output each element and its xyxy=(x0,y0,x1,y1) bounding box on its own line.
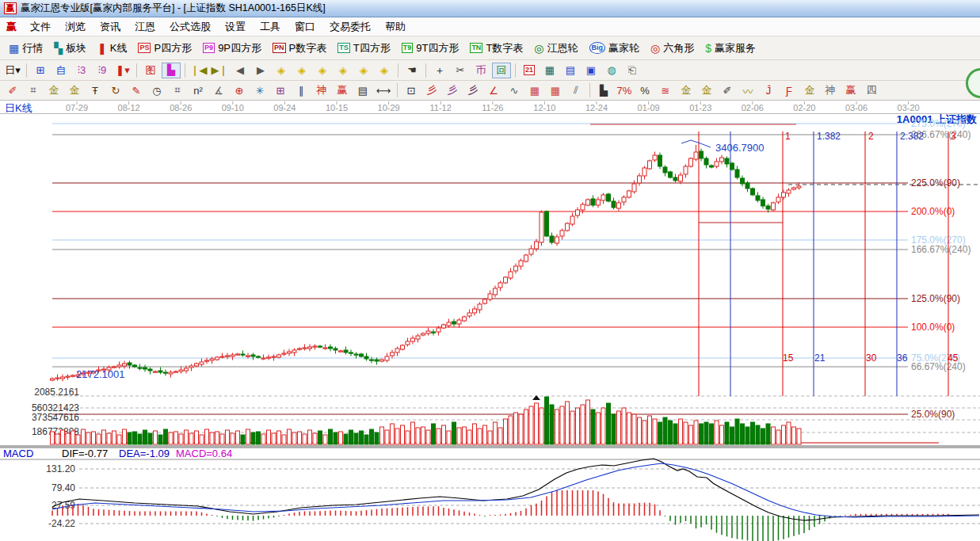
candlestick xyxy=(643,168,646,176)
ma-9-button[interactable]: ⫶9 xyxy=(93,63,112,78)
star-grid-button[interactable]: ✳ xyxy=(250,82,269,98)
delete-tool-button[interactable]: ✂ xyxy=(451,63,470,78)
menu-item-1[interactable]: 浏览 xyxy=(58,18,93,36)
toolbar-hexagon-button[interactable]: ◎六角形 xyxy=(645,38,700,59)
wave-tool-button[interactable]: ∿ xyxy=(505,82,524,98)
gann-gold-1-button[interactable]: 金 xyxy=(44,82,63,98)
menu-item-7[interactable]: 窗口 xyxy=(288,18,322,36)
toolbar-sectors-button[interactable]: ▚板块 xyxy=(48,38,92,59)
toolbar-quotes-button[interactable]: ▦行情 xyxy=(3,38,48,59)
volume-marker-triangle xyxy=(532,395,540,400)
zoom-horizontal-button[interactable]: ◈ xyxy=(313,63,332,78)
calendar-button[interactable]: 21 xyxy=(520,63,539,78)
fan-red-button[interactable]: 彡 xyxy=(422,82,441,98)
candle-period-button[interactable]: ❚▾ xyxy=(113,63,132,78)
chart-window-button[interactable]: ⊞ xyxy=(31,63,50,78)
toolbar-p-number-table-button[interactable]: PNP数字表 xyxy=(267,38,332,59)
ma-3-button[interactable]: ⫶3 xyxy=(72,63,91,78)
grid-tool-1-button[interactable]: ⌗ xyxy=(24,82,43,98)
menu-item-4[interactable]: 公式选股 xyxy=(162,18,218,36)
gold-circle-button[interactable]: 金 xyxy=(677,82,696,98)
grid-tool-2-button[interactable]: ⌗ xyxy=(168,82,187,98)
calculator-button[interactable]: ▦ xyxy=(540,63,559,78)
go-next-button[interactable]: ▶ xyxy=(251,63,270,78)
arc-tool-button[interactable]: ∡ xyxy=(209,82,228,98)
fan-dark-button[interactable]: 彡 xyxy=(463,82,482,98)
f-angle-button[interactable]: Ƒ xyxy=(780,82,799,98)
menu-item-5[interactable]: 设置 xyxy=(218,18,253,36)
gann-clock-button[interactable]: ◷ xyxy=(147,82,166,98)
menu-item-3[interactable]: 江恩 xyxy=(128,18,162,36)
spiral-tool-button[interactable]: ↻ xyxy=(106,82,125,98)
gold-angle-button[interactable]: 金 xyxy=(800,82,819,98)
toolbar-kline-button[interactable]: ❚K线 xyxy=(92,38,132,59)
crosshair-tool-button[interactable]: ＋ xyxy=(430,63,449,78)
candlestick xyxy=(576,210,580,215)
notes-button[interactable]: ▤ xyxy=(561,63,580,78)
f-tool-button[interactable]: Ŧ xyxy=(86,82,105,98)
menu-item-8[interactable]: 交易委托 xyxy=(322,18,378,36)
toolbar-gann-wheel-button[interactable]: ◎江恩轮 xyxy=(528,38,583,59)
ticket-tool-button[interactable]: 币 xyxy=(471,63,490,78)
percent-button[interactable]: % xyxy=(635,82,654,98)
shen-tool-button[interactable]: 神 xyxy=(312,82,331,98)
angle-tool-button[interactable]: ∠ xyxy=(484,82,503,98)
chart-canvas[interactable]: 07-2908-1208-2609-1009-2410-1510-2911-12… xyxy=(0,101,980,541)
win-tool-button[interactable]: 赢 xyxy=(333,82,352,98)
candlestick xyxy=(426,331,430,333)
go-last-button[interactable]: ▶❘ xyxy=(210,63,229,78)
wave-gold-button[interactable]: 〰 xyxy=(738,82,757,98)
toolbar-t-square-button[interactable]: TST四方形 xyxy=(332,38,395,59)
menu-item-0[interactable]: 文件 xyxy=(23,18,58,36)
four-angle-button[interactable]: 四 xyxy=(862,82,881,98)
zoom-compress-button[interactable]: ◈ xyxy=(334,63,353,78)
info-board-button[interactable]: 自 xyxy=(51,63,71,78)
j-angle-button[interactable]: Ĵ xyxy=(759,82,778,98)
period-day-button[interactable]: 日▾ xyxy=(3,63,22,78)
red-grid-2-button[interactable]: ▦ xyxy=(546,82,565,98)
zoom-all-button[interactable]: ◈ xyxy=(375,63,394,78)
go-prev-button[interactable]: ◀ xyxy=(231,63,250,78)
toolbar-t-number-table-button[interactable]: TNT数字表 xyxy=(464,38,528,59)
save-button[interactable]: ▣ xyxy=(582,63,601,78)
pen-tool-button[interactable]: ✎ xyxy=(127,82,146,98)
gann-cross-button[interactable]: ⊕ xyxy=(230,82,249,98)
percent-7-button[interactable]: 7% xyxy=(615,82,634,98)
menu-item-6[interactable]: 工具 xyxy=(253,18,288,36)
k-lines-tool-button[interactable]: ∥ xyxy=(292,82,311,98)
color-chart-button[interactable]: ▙ xyxy=(162,63,181,78)
n-square-tool-button[interactable]: n² xyxy=(189,82,208,98)
toolbar-9t-square-button[interactable]: T99T四方形 xyxy=(396,38,465,59)
pattern-tool-button[interactable]: 回 xyxy=(492,63,511,78)
percent-lines-button[interactable]: ≊ xyxy=(656,82,675,98)
bar-percent-button[interactable]: ▙ xyxy=(594,82,613,98)
gold-bar-button[interactable]: 金 xyxy=(697,82,716,98)
menu-item-2[interactable]: 资讯 xyxy=(93,18,128,36)
toolbar-winner-service-button[interactable]: $赢家服务 xyxy=(700,38,761,59)
knife-tool-button[interactable]: ✐ xyxy=(3,82,22,98)
red-grid-1-button[interactable]: ▦ xyxy=(525,82,544,98)
box-grid-button[interactable]: ⊞ xyxy=(271,82,290,98)
parallel-lines-button[interactable]: ⫽ xyxy=(566,82,585,98)
hand-tool-button[interactable]: ☚ xyxy=(402,63,421,78)
send-order-button[interactable]: ⎗ xyxy=(623,63,642,78)
zoom-vertical-button[interactable]: ◈ xyxy=(354,63,373,78)
gann-gold-2-button[interactable]: 金 xyxy=(65,82,84,98)
toolbar-p-square-button[interactable]: PSP四方形 xyxy=(132,38,197,59)
ruler-123-button[interactable]: ▤ xyxy=(353,82,372,98)
fan-purple-button[interactable]: 彡 xyxy=(443,82,462,98)
go-first-button[interactable]: ❘◀ xyxy=(189,63,208,78)
menu-item-9[interactable]: 帮助 xyxy=(378,18,413,36)
pen-tool-2-button[interactable]: ✐ xyxy=(718,82,737,98)
zoom-right-button[interactable]: ◈ xyxy=(292,63,311,78)
shen-angle-button[interactable]: 神 xyxy=(821,82,840,98)
toolbar-9p-square-button[interactable]: P99P四方形 xyxy=(197,38,267,59)
win-angle-button[interactable]: 赢 xyxy=(841,82,860,98)
zoom-left-button[interactable]: ◈ xyxy=(272,63,291,78)
app-menu-icon[interactable]: 赢 xyxy=(6,20,17,34)
web-update-button[interactable]: ◍ xyxy=(602,63,621,78)
box-select-button[interactable]: ⊡ xyxy=(402,82,421,98)
toolbar-winner-wheel-button[interactable]: Big赢家轮 xyxy=(584,38,646,59)
win-window-button[interactable]: 图 xyxy=(141,63,160,78)
span-tool-button[interactable]: ⟷ xyxy=(374,82,393,98)
